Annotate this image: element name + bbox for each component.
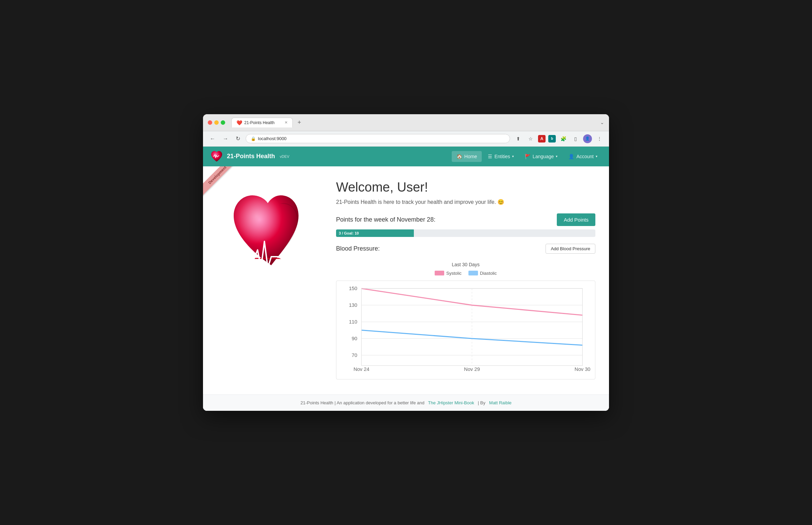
- account-dropdown-arrow-icon: ▾: [596, 154, 597, 158]
- profile-avatar[interactable]: 👤: [583, 134, 592, 143]
- diastolic-color-swatch: [468, 271, 478, 275]
- author-link[interactable]: Matt Raible: [489, 400, 512, 405]
- heart-illustration: [223, 183, 319, 279]
- new-tab-button[interactable]: +: [295, 118, 304, 127]
- extension-a-icon[interactable]: A: [538, 135, 546, 142]
- svg-text:70: 70: [352, 352, 357, 358]
- traffic-lights: [208, 120, 225, 125]
- page-wrapper: Development: [203, 166, 609, 411]
- points-label: Points for the week of November 28:: [336, 216, 435, 223]
- points-header: Points for the week of November 28: Add …: [336, 213, 595, 226]
- svg-text:150: 150: [349, 286, 357, 291]
- svg-text:130: 130: [349, 302, 357, 308]
- systolic-color-swatch: [435, 271, 444, 275]
- app-navbar: 21-Points Health vDEV 🏠 Home ☰ Entities …: [203, 147, 609, 166]
- progress-bar-fill: 3 / Goal: 10: [336, 229, 414, 237]
- tabs-chevron-icon[interactable]: ⌄: [600, 120, 604, 125]
- puzzle-icon[interactable]: 🧩: [559, 134, 568, 144]
- language-dropdown-arrow-icon: ▾: [556, 154, 557, 158]
- language-icon: 🚩: [525, 154, 531, 159]
- browser-window: ❤️ 21-Points Health ✕ + ⌄ ← → ↻ 🔒 localh…: [203, 114, 609, 411]
- page-main: Welcome, User! 21-Points Health is here …: [203, 166, 609, 395]
- browser-titlebar: ❤️ 21-Points Health ✕ + ⌄: [203, 114, 609, 131]
- security-icon: 🔒: [251, 136, 256, 141]
- add-points-button[interactable]: Add Points: [557, 213, 595, 226]
- share-icon[interactable]: ⬆: [513, 134, 523, 144]
- sidebar-icon[interactable]: ▯: [571, 134, 580, 144]
- svg-text:Nov 29: Nov 29: [464, 366, 480, 372]
- blood-pressure-chart: 150 130 110 90 70 Nov 24 Nov 29 Nov 30: [336, 281, 595, 380]
- chart-container: Last 30 Days Systolic Diastolic: [336, 258, 595, 385]
- progress-text: 3 / Goal: 10: [339, 231, 359, 235]
- bp-header: Blood Pressure: Add Blood Pressure: [336, 244, 595, 254]
- entities-dropdown-arrow-icon: ▾: [512, 154, 514, 158]
- nav-home[interactable]: 🏠 Home: [452, 151, 482, 162]
- nav-home-label: Home: [464, 154, 477, 159]
- app-footer: 21-Points Health | An application develo…: [203, 394, 609, 411]
- account-icon: 👤: [568, 154, 574, 159]
- nav-language[interactable]: 🚩 Language ▾: [520, 151, 562, 162]
- close-button[interactable]: [208, 120, 212, 125]
- legend-diastolic: Diastolic: [468, 271, 497, 276]
- chart-legend: Systolic Diastolic: [336, 271, 595, 276]
- tab-close-button[interactable]: ✕: [285, 120, 288, 125]
- legend-systolic: Systolic: [435, 271, 462, 276]
- bookmark-icon[interactable]: ☆: [526, 134, 535, 144]
- app-content: 21-Points Health vDEV 🏠 Home ☰ Entities …: [203, 147, 609, 411]
- nav-language-label: Language: [533, 154, 554, 159]
- tab-bar: ❤️ 21-Points Health ✕ +: [231, 118, 597, 127]
- points-section: Points for the week of November 28: Add …: [336, 213, 595, 237]
- svg-text:110: 110: [349, 319, 357, 324]
- blood-pressure-section: Blood Pressure: Add Blood Pressure Last …: [336, 244, 595, 385]
- footer-separator: | By: [478, 400, 485, 405]
- refresh-button[interactable]: ↻: [234, 134, 242, 143]
- footer-text: 21-Points Health | An application develo…: [301, 400, 424, 405]
- legend-diastolic-label: Diastolic: [480, 271, 497, 276]
- nav-entities-label: Entities: [494, 154, 510, 159]
- nav-account[interactable]: 👤 Account ▾: [564, 151, 602, 162]
- brand-name: 21-Points Health: [227, 153, 275, 160]
- browser-tab[interactable]: ❤️ 21-Points Health ✕: [231, 118, 293, 127]
- brand-version: vDEV: [280, 154, 289, 159]
- add-blood-pressure-button[interactable]: Add Blood Pressure: [546, 244, 595, 254]
- welcome-title: Welcome, User!: [336, 180, 595, 195]
- forward-button[interactable]: →: [221, 134, 230, 143]
- url-display: localhost:9000: [258, 136, 287, 141]
- nav-account-label: Account: [576, 154, 594, 159]
- tab-favicon: ❤️: [236, 120, 242, 125]
- tab-title: 21-Points Health: [244, 120, 275, 125]
- menu-icon[interactable]: ⋮: [595, 134, 604, 144]
- navbar-brand[interactable]: 21-Points Health vDEV: [210, 150, 289, 163]
- maximize-button[interactable]: [221, 120, 225, 125]
- page-body: Welcome, User! 21-Points Health is here …: [336, 177, 595, 385]
- bp-title: Blood Pressure:: [336, 245, 380, 252]
- svg-text:Nov 30: Nov 30: [575, 366, 590, 372]
- minimize-button[interactable]: [214, 120, 219, 125]
- welcome-subtitle: 21-Points Health is here to track your h…: [336, 199, 595, 205]
- progress-bar: 3 / Goal: 10: [336, 229, 595, 237]
- navbar-nav: 🏠 Home ☰ Entities ▾ 🚩 Language ▾ 👤 Accou…: [452, 151, 602, 162]
- svg-text:90: 90: [352, 335, 357, 341]
- home-icon: 🏠: [456, 154, 462, 159]
- entities-icon: ☰: [488, 154, 492, 159]
- extension-b-icon[interactable]: b: [548, 135, 556, 142]
- toolbar-actions: ⬆ ☆ A b 🧩 ▯ 👤 ⋮: [513, 134, 604, 144]
- legend-systolic-label: Systolic: [446, 271, 462, 276]
- svg-text:Nov 24: Nov 24: [353, 366, 369, 372]
- nav-entities[interactable]: ☰ Entities ▾: [483, 151, 519, 162]
- back-button[interactable]: ←: [208, 134, 217, 143]
- browser-toolbar: ← → ↻ 🔒 localhost:9000 ⬆ ☆ A b 🧩 ▯ 👤 ⋮: [203, 131, 609, 147]
- address-bar[interactable]: 🔒 localhost:9000: [246, 134, 510, 143]
- jhipster-book-link[interactable]: The JHipster Mini-Book: [428, 400, 474, 405]
- chart-title: Last 30 Days: [336, 262, 595, 267]
- hero-image: [217, 177, 326, 385]
- brand-logo: [210, 150, 223, 163]
